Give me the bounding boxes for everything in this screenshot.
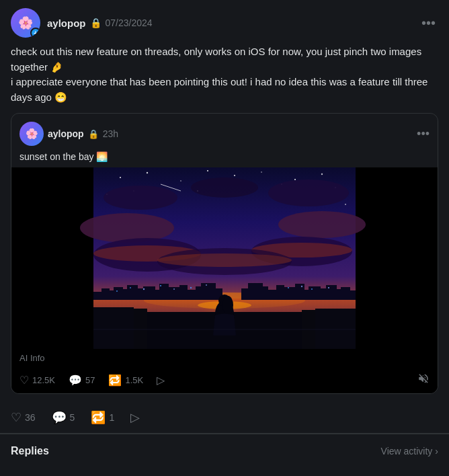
nested-user-info: 🌸 aylopop 🔒 23h — [19, 122, 118, 146]
svg-point-30 — [157, 253, 292, 267]
verified-icon: 🔒 — [90, 17, 101, 28]
nested-post-actions: ♡ 12.5K 💬 57 🔁 1.5K ▷ — [11, 367, 438, 393]
outer-reposts-count: 1 — [109, 412, 114, 423]
svg-point-82 — [222, 296, 233, 315]
svg-point-6 — [207, 170, 208, 171]
author-info: aylopop 🔒 07/23/2024 — [47, 17, 153, 29]
outer-share-button[interactable]: ▷ — [130, 410, 140, 425]
author-username[interactable]: aylopop — [47, 17, 86, 29]
svg-point-8 — [261, 171, 262, 173]
svg-point-18 — [104, 186, 177, 210]
svg-point-7 — [234, 175, 235, 176]
nested-comments-count: 57 — [85, 375, 95, 385]
svg-rect-58 — [309, 286, 321, 300]
nested-more-options-button[interactable]: ••• — [417, 127, 430, 141]
nested-post: 🌸 aylopop 🔒 23h ••• sunset on the bay 🌅 — [11, 113, 438, 394]
outer-like-button[interactable]: ♡ 36 — [11, 410, 36, 425]
post-container: 🌸 + aylopop 🔒 07/23/2024 ••• check out t… — [0, 0, 449, 434]
svg-point-66 — [143, 288, 145, 290]
post-text-line2: i appreciate everyone that has been poin… — [11, 76, 427, 103]
avatar-plus-icon: + — [30, 28, 40, 38]
repost-icon: 🔁 — [108, 374, 122, 387]
sunset-scene-svg — [11, 167, 438, 349]
outer-post-actions: ♡ 36 💬 5 🔁 1 ▷ — [11, 402, 438, 433]
svg-rect-55 — [283, 287, 296, 300]
view-activity-button[interactable]: View activity › — [381, 446, 438, 457]
heart-icon: ♡ — [19, 374, 29, 387]
svg-rect-41 — [143, 286, 155, 300]
nested-comment-button[interactable]: 💬 57 — [69, 374, 95, 387]
nested-caption-text: sunset on the bay 🌅 — [19, 151, 108, 162]
view-activity-label: View activity — [381, 446, 433, 457]
nested-reposts-count: 1.5K — [125, 375, 143, 385]
nested-post-header: 🌸 aylopop 🔒 23h ••• — [11, 114, 438, 151]
replies-label: Replies — [11, 445, 49, 457]
nested-verified-icon: 🔒 — [88, 129, 99, 139]
outer-likes-count: 36 — [25, 412, 36, 423]
user-info-row: aylopop 🔒 07/23/2024 — [47, 17, 153, 29]
image-container[interactable]: AI Info ♡ 12.5K 💬 57 🔁 1.5K ▷ — [11, 167, 438, 393]
svg-rect-60 — [326, 285, 337, 300]
svg-rect-63 — [349, 290, 356, 300]
svg-point-3 — [120, 177, 121, 178]
post-date: 07/23/2024 — [106, 17, 153, 28]
svg-point-73 — [311, 288, 313, 290]
mute-icon-svg — [417, 372, 430, 385]
svg-point-70 — [206, 284, 207, 286]
svg-rect-37 — [114, 287, 123, 300]
nested-like-button[interactable]: ♡ 12.5K — [19, 374, 55, 387]
outer-comments-count: 5 — [70, 412, 75, 423]
nested-author-avatar[interactable]: 🌸 — [19, 122, 44, 146]
svg-point-5 — [180, 180, 181, 182]
svg-point-4 — [147, 172, 148, 173]
nested-repost-button[interactable]: 🔁 1.5K — [108, 374, 143, 387]
svg-rect-62 — [341, 287, 350, 300]
more-options-button[interactable]: ••• — [419, 13, 438, 34]
svg-point-22 — [80, 213, 174, 243]
chevron-right-icon: › — [435, 446, 438, 457]
outer-share-icon: ▷ — [130, 410, 140, 425]
svg-rect-56 — [295, 284, 304, 300]
svg-rect-39 — [127, 285, 138, 300]
svg-point-24 — [278, 211, 366, 238]
nested-caption: sunset on the bay 🌅 — [11, 151, 438, 167]
svg-point-72 — [301, 286, 302, 287]
ai-info-bar[interactable]: AI Info — [11, 349, 438, 367]
outer-repost-button[interactable]: 🔁 1 — [91, 410, 114, 425]
nested-author-username[interactable]: aylopop — [48, 128, 84, 139]
svg-rect-51 — [248, 283, 263, 300]
post-content: check out this new feature on threads, o… — [11, 44, 438, 105]
comment-icon: 💬 — [69, 374, 82, 387]
post-header-left: 🌸 + aylopop 🔒 07/23/2024 — [11, 8, 153, 38]
svg-point-64 — [116, 290, 118, 292]
svg-point-71 — [288, 287, 289, 288]
nested-share-button[interactable]: ▷ — [157, 374, 165, 387]
replies-section: Replies View activity › — [0, 434, 449, 468]
outer-heart-icon: ♡ — [11, 410, 22, 425]
svg-rect-78 — [93, 307, 134, 349]
svg-point-68 — [173, 288, 175, 290]
svg-rect-53 — [267, 290, 278, 300]
sunset-image[interactable] — [11, 167, 438, 349]
outer-comment-icon: 💬 — [52, 410, 67, 425]
svg-point-9 — [294, 179, 296, 180]
svg-rect-48 — [201, 283, 216, 300]
svg-point-69 — [190, 287, 192, 288]
svg-point-19 — [268, 180, 349, 206]
outer-comment-button[interactable]: 💬 5 — [52, 410, 75, 425]
svg-rect-46 — [186, 290, 197, 300]
ai-info-label[interactable]: AI Info — [19, 353, 45, 363]
post-text-line1: check out this new feature on threads, o… — [11, 46, 421, 73]
svg-rect-83 — [93, 329, 356, 330]
svg-point-10 — [321, 173, 323, 175]
svg-point-65 — [130, 287, 131, 288]
svg-point-74 — [328, 287, 329, 288]
mute-button[interactable] — [417, 372, 430, 388]
author-avatar[interactable]: 🌸 + — [11, 8, 40, 38]
svg-point-16 — [345, 204, 346, 205]
svg-point-20 — [191, 177, 258, 198]
svg-point-67 — [160, 285, 161, 286]
nested-likes-count: 12.5K — [32, 375, 55, 385]
post-header: 🌸 + aylopop 🔒 07/23/2024 ••• — [11, 8, 438, 38]
nested-post-time: 23h — [103, 128, 118, 139]
